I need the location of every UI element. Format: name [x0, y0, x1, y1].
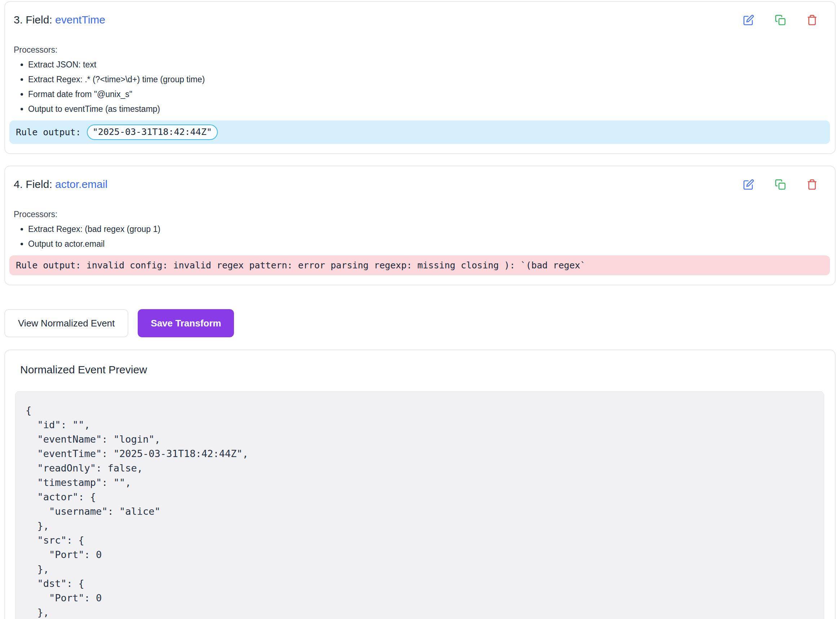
rule-output-success: Rule output: "2025-03-31T18:42:44Z": [9, 121, 830, 144]
edit-rule-button[interactable]: [743, 179, 754, 190]
rule-output-label: Rule output:: [16, 126, 81, 138]
field-rule-card-4: 4. Field: actor.email: [4, 166, 836, 285]
field-rule-card-3: 3. Field: eventTime: [4, 1, 836, 154]
processors-label: Processors:: [14, 209, 825, 220]
preview-title: Normalized Event Preview: [15, 363, 824, 377]
edit-icon: [743, 179, 754, 190]
rule-output-error: Rule output: invalid config: invalid reg…: [9, 256, 830, 275]
processor-item: Format date from "@unix_s": [28, 88, 825, 100]
rule-output-value: "2025-03-31T18:42:44Z": [87, 124, 218, 140]
field-name-link[interactable]: eventTime: [55, 14, 105, 25]
copy-rule-button[interactable]: [774, 14, 786, 25]
field-index-label: 3. Field:: [14, 14, 52, 25]
processor-item: Extract JSON: text: [28, 59, 825, 70]
delete-rule-button[interactable]: [806, 179, 818, 190]
delete-rule-button[interactable]: [806, 14, 818, 25]
view-normalized-event-button[interactable]: View Normalized Event: [4, 309, 128, 337]
actions-row: View Normalized Event Save Transform: [4, 309, 836, 337]
processors-label: Processors:: [14, 44, 825, 55]
rule-actions: [743, 179, 825, 190]
processor-item: Output to eventTime (as timestamp): [28, 103, 825, 115]
processor-item: Extract Regex: .* (?<time>\d+) time (gro…: [28, 73, 825, 85]
edit-rule-button[interactable]: [743, 14, 754, 25]
processors-list: Extract Regex: (bad regex (group 1) Outp…: [14, 223, 825, 250]
normalized-event-preview-card: Normalized Event Preview { "id": "", "ev…: [4, 350, 836, 619]
field-index-label: 4. Field:: [14, 178, 52, 190]
save-transform-button[interactable]: Save Transform: [138, 309, 234, 337]
copy-rule-button[interactable]: [774, 179, 786, 190]
trash-icon: [806, 15, 818, 25]
card-header: 4. Field: actor.email: [14, 176, 825, 191]
json-code-block: { "id": "", "eventName": "login", "event…: [15, 392, 824, 619]
field-name-link[interactable]: actor.email: [55, 178, 107, 190]
processors-list: Extract JSON: text Extract Regex: .* (?<…: [14, 59, 825, 115]
trash-icon: [806, 179, 818, 190]
edit-icon: [743, 15, 754, 25]
copy-icon: [775, 15, 786, 25]
processor-item: Output to actor.email: [28, 238, 825, 250]
card-title: 3. Field: eventTime: [14, 13, 105, 27]
processor-item: Extract Regex: (bad regex (group 1): [28, 223, 825, 235]
card-header: 3. Field: eventTime: [14, 11, 825, 27]
normalized-event-json: { "id": "", "eventName": "login", "event…: [25, 403, 814, 619]
rule-actions: [743, 14, 825, 25]
card-title: 4. Field: actor.email: [14, 177, 107, 191]
copy-icon: [775, 179, 786, 190]
